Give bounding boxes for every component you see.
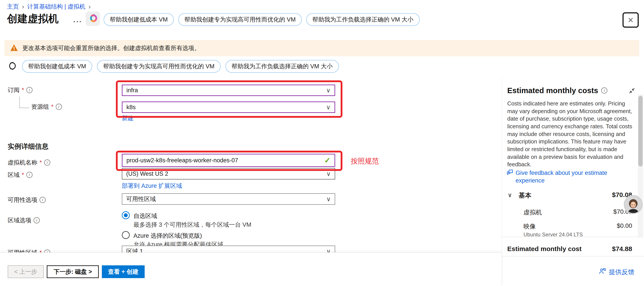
vm-name-label: 虚拟机名称 (8, 159, 37, 166)
tree-connector (19, 97, 20, 108)
estimate-feedback-text: Give feedback about your estimate experi… (516, 169, 630, 184)
chevron-down-icon (326, 195, 331, 203)
vm-name-label-row: 虚拟机名称 * (8, 159, 50, 166)
suggest-low-cost-vm-button[interactable]: 帮助我创建低成本 VM (104, 13, 174, 26)
chevron-down-icon (326, 104, 331, 111)
scrollbar-track[interactable] (638, 94, 643, 238)
required-marker: * (22, 87, 24, 94)
info-icon[interactable] (26, 172, 32, 178)
subscription-label: 订阅 (8, 86, 20, 94)
wizard-footer: < 上一步 下一步: 磁盘 > 查看 + 创建 (0, 253, 502, 286)
panel-title: Estimated monthly costs (507, 86, 598, 95)
instance-details-heading: 实例详细信息 (8, 142, 48, 151)
avatar[interactable] (624, 195, 643, 214)
review-create-button[interactable]: 查看 + 创建 (102, 265, 145, 278)
warning-text: 更改基本选项可能会重置所做的选择。创建虚拟机前查看所有选项。 (22, 44, 200, 52)
info-icon[interactable] (26, 87, 32, 93)
info-icon[interactable] (56, 104, 62, 110)
region-label: 区域 (8, 171, 20, 179)
next-disks-button[interactable]: 下一步: 磁盘 > (47, 265, 99, 278)
cost-row-value: $0.00 (617, 222, 632, 229)
azure-selected-zone-radio[interactable] (122, 231, 130, 239)
suggest-vm-size-button-2[interactable]: 帮助我为工作负载选择正确的 VM 大小 (226, 60, 339, 73)
subscription-label-row: 订阅 * (8, 86, 32, 94)
create-vm-page: 主页 计算基础结构 | 虚拟机 创建虚拟机 ··· 帮助我创建低 (0, 0, 644, 286)
cost-row-label: 映像 (524, 222, 536, 231)
copilot-icon (88, 13, 98, 24)
breadcrumb-separator-icon (22, 3, 24, 10)
red-annotation-text: 按照规范 (351, 156, 379, 166)
valid-check-icon (324, 156, 331, 165)
breadcrumb: 主页 计算基础结构 | 虚拟机 (7, 3, 91, 11)
header-suggestion-buttons: 帮助我创建低成本 VM 帮助我创建专为实现高可用性而优化的 VM 帮助我为工作负… (104, 13, 420, 26)
self-selected-zone-radio[interactable] (122, 211, 130, 219)
vm-name-input[interactable]: prod-usw2-k8s-freeleaps-worker-nodes-07 (122, 154, 335, 167)
copilot-suggestion-row: 帮助我创建低成本 VM 帮助我创建专为实现高可用性而优化的 VM 帮助我为工作负… (6, 60, 339, 73)
cost-row-label: 虚拟机 (524, 208, 542, 217)
breadcrumb-section-link[interactable]: 计算基础结构 | 虚拟机 (27, 3, 86, 11)
collapse-panel-icon[interactable] (629, 87, 635, 94)
copilot-button[interactable] (86, 12, 100, 26)
azure-selected-zone-label[interactable]: Azure 选择的区域(预览版) (134, 232, 202, 240)
info-icon[interactable] (601, 87, 607, 94)
cost-group-basics[interactable]: 基本 $70.08 (502, 190, 644, 200)
cost-group-label: 基本 (519, 191, 532, 200)
panel-description: Costs indicated here are estimates only.… (507, 100, 634, 168)
estimate-feedback-link[interactable]: Give feedback about your estimate experi… (506, 169, 630, 184)
page-title: 创建虚拟机 (7, 12, 58, 26)
subscription-dropdown[interactable]: infra (122, 85, 335, 96)
more-menu-button[interactable]: ··· (73, 18, 82, 26)
tree-connector (19, 108, 30, 108)
chevron-down-icon[interactable] (508, 192, 512, 199)
suggest-high-availability-vm-button[interactable]: 帮助我创建专为实现高可用性而优化的 VM (178, 13, 302, 26)
resource-group-label-row: 资源组 * (31, 103, 62, 111)
zone-options-label: 区域选项 (8, 216, 32, 224)
previous-button[interactable]: < 上一步 (8, 265, 44, 278)
self-selected-zone-label[interactable]: 自选区域 (134, 212, 157, 220)
create-new-resource-group-link[interactable]: 新建 (122, 114, 134, 122)
scrollbar-thumb[interactable] (638, 96, 643, 166)
estimated-costs-panel: Estimated monthly costs Costs indicated … (502, 78, 644, 286)
provide-feedback-link[interactable]: 提供反馈 (599, 267, 634, 276)
total-cost-value: $74.88 (612, 245, 632, 253)
suggest-vm-size-button[interactable]: 帮助我为工作负载选择正确的 VM 大小 (306, 13, 420, 26)
self-selected-zone-desc: 最多选择 3 个可用性区域，每个区域一台 VM (134, 221, 251, 229)
subscription-value: infra (126, 87, 138, 94)
availability-label-row: 可用性选项 (8, 196, 46, 204)
close-button[interactable] (622, 12, 639, 28)
deploy-extended-zone-link[interactable]: 部署到 Azure 扩展区域 (122, 182, 182, 190)
availability-dropdown[interactable]: 可用性区域 (122, 193, 335, 205)
required-marker: * (22, 172, 24, 178)
total-cost-label: Estimated monthly cost (507, 245, 582, 253)
divider (502, 237, 639, 237)
info-icon[interactable] (44, 159, 50, 166)
panel-title-row: Estimated monthly costs (507, 86, 607, 95)
person-feedback-icon (599, 267, 606, 276)
availability-label: 可用性选项 (8, 196, 37, 204)
region-value: (US) West US 2 (126, 170, 168, 177)
chevron-down-icon (326, 87, 331, 94)
zone-options-label-row: 区域选项 (8, 216, 40, 224)
resource-group-label: 资源组 (31, 103, 49, 111)
footer-buttons: < 上一步 下一步: 磁盘 > 查看 + 创建 (8, 265, 145, 278)
feedback-bubbles-icon (506, 169, 514, 184)
provide-feedback-text: 提供反馈 (609, 268, 634, 276)
region-label-row: 区域 * (8, 171, 32, 179)
breadcrumb-home-link[interactable]: 主页 (7, 3, 19, 11)
breadcrumb-separator-icon (88, 3, 91, 10)
required-marker: * (40, 159, 42, 166)
chevron-down-icon (326, 170, 331, 177)
region-dropdown[interactable]: (US) West US 2 (122, 168, 335, 179)
warning-icon (10, 44, 18, 52)
vm-name-value: prod-usw2-k8s-freeleaps-worker-nodes-07 (126, 157, 238, 164)
warning-banner: 更改基本选项可能会重置所做的选择。创建虚拟机前查看所有选项。 (4, 40, 639, 56)
copilot-outline-icon (6, 60, 17, 73)
close-icon (628, 15, 634, 25)
availability-value: 可用性区域 (126, 195, 156, 203)
suggest-low-cost-vm-button-2[interactable]: 帮助我创建低成本 VM (22, 60, 92, 73)
info-icon[interactable] (40, 197, 46, 203)
suggest-high-availability-vm-button-2[interactable]: 帮助我创建专为实现高可用性而优化的 VM (97, 60, 220, 73)
resource-group-dropdown[interactable]: k8s (122, 102, 335, 113)
info-icon[interactable] (34, 217, 40, 223)
required-marker: * (51, 103, 54, 110)
